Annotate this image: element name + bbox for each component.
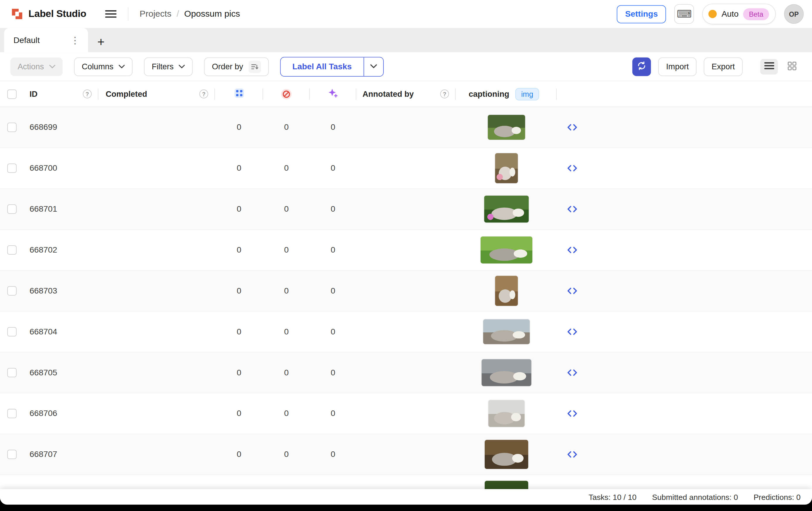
row-checkbox[interactable] [7,163,17,173]
completed-column-label: Completed [106,89,147,98]
annotations-count: 0 [237,450,241,459]
hamburger-menu-icon[interactable] [105,10,116,18]
select-all-checkbox[interactable] [7,89,17,98]
export-button[interactable]: Export [704,57,743,76]
task-row[interactable]: 668702 0 0 0 [0,230,812,271]
show-source-icon[interactable] [566,246,579,254]
opossum-head [509,290,515,299]
opossum-head [513,331,525,338]
breadcrumb-projects-link[interactable]: Projects [140,9,171,19]
task-id: 668703 [30,286,57,296]
screen: Label Studio Projects / Opossum pics Set… [0,0,812,511]
show-source-icon[interactable] [566,164,579,172]
row-checkbox[interactable] [7,368,17,378]
label-studio-logo-icon[interactable] [10,7,24,21]
auto-label: Auto [722,9,738,19]
refresh-button[interactable] [632,57,651,76]
completed-cell [98,107,215,147]
row-checkbox[interactable] [7,245,17,254]
label-all-tasks-chevron[interactable] [364,57,383,76]
list-view-icon [764,62,774,71]
tab-options-icon[interactable]: ⋮ [68,34,82,46]
app-title: Label Studio [28,8,86,20]
accent-detail [488,214,494,220]
predictions-count: 0 [330,204,335,214]
annotations-column-icon [234,88,244,100]
task-image-thumbnail[interactable] [483,319,529,344]
settings-button[interactable]: Settings [617,5,666,23]
add-tab-button[interactable]: + [97,36,105,48]
task-row[interactable]: 668707 0 0 0 [0,434,812,475]
task-row[interactable]: 668705 0 0 0 [0,353,812,393]
label-all-tasks-button[interactable]: Label All Tasks [281,57,364,76]
task-row[interactable]: 668706 0 0 0 [0,393,812,434]
column-captioning: captioning img [456,81,557,107]
actions-dropdown[interactable]: Actions [10,57,63,76]
show-source-icon[interactable] [566,287,579,295]
predictions-count: 0 [330,123,335,132]
task-image-thumbnail[interactable] [495,276,518,306]
task-image-thumbnail[interactable] [484,481,528,489]
show-source-icon[interactable] [566,409,579,417]
predictions-count: 0 [330,163,335,173]
captioning-column-label: captioning [469,89,509,98]
task-image-thumbnail[interactable] [488,115,525,140]
annotations-count: 0 [237,409,241,418]
annotated-by-cell [356,189,456,229]
show-source-icon[interactable] [566,328,579,336]
task-image-thumbnail[interactable] [480,237,532,263]
task-row[interactable]: 668703 0 0 0 [0,271,812,312]
breadcrumb-separator: / [177,9,179,19]
show-source-icon[interactable] [566,450,579,458]
user-avatar[interactable]: OP [784,4,804,24]
task-image-thumbnail[interactable] [482,359,531,386]
columns-label: Columns [82,62,113,71]
help-icon[interactable]: ? [83,89,92,98]
task-image-thumbnail[interactable] [484,196,528,222]
id-column-label: ID [30,89,37,98]
task-row[interactable]: 668699 0 0 0 [0,107,812,148]
task-image-thumbnail[interactable] [484,440,528,469]
completed-cell [98,271,215,311]
columns-dropdown[interactable]: Columns [74,57,133,76]
cancelled-count: 0 [284,123,289,132]
label-studio-window: Label Studio Projects / Opossum pics Set… [0,0,812,505]
annotated-by-cell [356,312,456,352]
chevron-down-icon [370,64,377,69]
tasks-count: Tasks: 10 / 10 [588,492,637,501]
help-icon[interactable]: ? [440,89,449,98]
show-source-icon[interactable] [566,369,579,377]
row-checkbox[interactable] [7,286,17,296]
grid-view-button[interactable] [783,59,801,74]
row-checkbox[interactable] [7,450,17,459]
task-image-thumbnail[interactable] [495,153,518,183]
show-source-icon[interactable] [566,205,579,213]
import-button[interactable]: Import [659,57,697,76]
show-source-icon[interactable] [566,123,579,131]
list-view-button[interactable] [760,59,778,74]
row-checkbox[interactable] [7,327,17,336]
keyboard-shortcuts-button[interactable]: ⌨ [674,4,694,24]
annotations-count: 0 [237,204,241,214]
task-image-thumbnail[interactable] [488,400,524,427]
task-row[interactable]: 668700 0 0 0 [0,148,812,189]
completed-cell [98,312,215,352]
img-type-badge: img [515,88,539,100]
tab-default[interactable]: Default ⋮ [4,28,88,52]
filters-dropdown[interactable]: Filters [144,57,193,76]
status-bar: Tasks: 10 / 10 Submitted annotations: 0 … [0,489,812,505]
row-checkbox[interactable] [7,123,17,132]
divider [128,7,128,21]
row-checkbox[interactable] [7,409,17,418]
order-by-dropdown[interactable]: Order by [204,57,268,76]
auto-toggle[interactable]: Auto Beta [702,3,776,24]
task-row[interactable]: 668701 0 0 0 [0,189,812,230]
annotated-by-cell [356,434,456,475]
completed-cell [98,353,215,393]
column-completed: Completed ? [98,81,215,107]
annotated-by-column-label: Annotated by [362,89,414,98]
task-row[interactable]: 668704 0 0 0 [0,312,812,353]
task-row[interactable] [0,475,812,489]
row-checkbox[interactable] [7,204,17,214]
help-icon[interactable]: ? [200,89,208,98]
